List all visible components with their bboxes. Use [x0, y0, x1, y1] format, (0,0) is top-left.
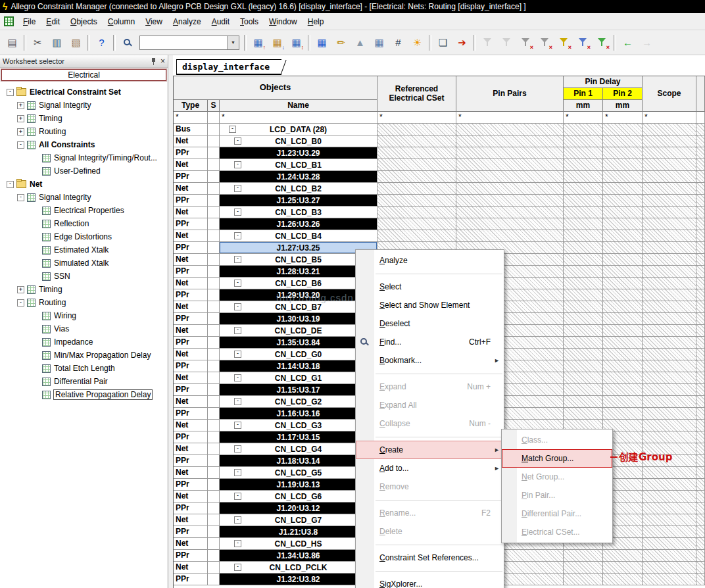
copy-button[interactable]: ▥	[47, 34, 66, 52]
row-type-cell[interactable]: PPr	[174, 147, 208, 159]
collapse-icon[interactable]: -	[234, 185, 241, 192]
row-type-cell[interactable]: PPr	[174, 526, 208, 538]
filter-cell[interactable]: *	[603, 112, 643, 124]
collapse-icon[interactable]: -	[234, 469, 241, 476]
row-type-cell[interactable]: PPr	[174, 502, 208, 514]
row-name-cell[interactable]: -CN_LCD_G6	[220, 491, 377, 502]
tree-item-routing[interactable]: -Routing	[0, 296, 167, 309]
row-type-cell[interactable]: Net	[174, 230, 208, 242]
column-header-s[interactable]: S	[208, 100, 220, 112]
filter-cell[interactable]: *	[377, 112, 456, 124]
menu-analyze[interactable]: Analyze	[168, 14, 207, 29]
row-type-cell[interactable]: Net	[174, 396, 208, 408]
row-type-cell[interactable]: PPr	[174, 313, 208, 325]
row-type-cell[interactable]: PPr	[174, 218, 208, 230]
column-header-pin2[interactable]: Pin 2	[603, 88, 643, 100]
close-icon[interactable]: ×	[160, 57, 165, 65]
grid-number-button[interactable]: #	[389, 34, 408, 52]
column-header-pin-pairs[interactable]: Pin Pairs	[456, 76, 564, 112]
menu-item-constraint-set-references[interactable]: Constraint Set References...	[356, 549, 504, 567]
tree-item-net[interactable]: -Net	[0, 178, 167, 191]
row-type-cell[interactable]: PPr	[174, 171, 208, 183]
goto-worksheet-button[interactable]: ▦↑	[249, 34, 268, 52]
cut-button[interactable]: ✂	[28, 34, 47, 52]
row-name-cell[interactable]: J1.34:U3.86	[220, 550, 377, 562]
menu-item-deselect[interactable]: Deselect	[356, 314, 504, 333]
tree-item-differential-pair[interactable]: Differential Pair	[0, 375, 167, 388]
column-header-pin-delay[interactable]: Pin Delay	[564, 76, 643, 88]
row-type-cell[interactable]: Net	[174, 325, 208, 337]
collapse-icon[interactable]: -	[17, 194, 24, 201]
column-header-scope[interactable]: Scope	[643, 76, 696, 112]
menu-item-analyze[interactable]: Analyze	[356, 251, 504, 270]
find-combo[interactable]: ▼	[139, 36, 239, 50]
collapse-icon[interactable]: -	[234, 303, 241, 310]
filter-cell[interactable]	[696, 112, 705, 124]
collapse-icon[interactable]: -	[17, 299, 24, 306]
back-button[interactable]: ←	[618, 34, 637, 52]
row-type-cell[interactable]: Net	[174, 443, 208, 455]
row-name-cell[interactable]: J1.15:U3.17	[220, 384, 377, 396]
tree-item-electrical-properties[interactable]: Electrical Properties	[0, 204, 167, 217]
filter-button-4[interactable]: ×	[535, 34, 554, 52]
filter-button-3[interactable]: ×	[516, 34, 535, 52]
row-type-cell[interactable]: Net	[174, 183, 208, 195]
tree-item-min-max-propagation-delay[interactable]: Min/Max Propagation Delay	[0, 349, 167, 362]
tree-item-impedance[interactable]: Impedance	[0, 335, 167, 349]
collapse-icon[interactable]: -	[234, 540, 241, 547]
row-name-cell[interactable]: -LCD_DATA (28)	[220, 124, 377, 135]
row-name-cell[interactable]: J1.30:U3.19	[220, 313, 377, 325]
color-tool-button[interactable]: ✏	[331, 34, 351, 52]
tree-item-wiring[interactable]: Wiring	[0, 309, 167, 322]
tree-item-reflection[interactable]: Reflection	[0, 217, 167, 230]
row-name-cell[interactable]: J1.28:U3.21	[220, 266, 377, 278]
row-name-cell[interactable]: J1.26:U3.26	[220, 218, 377, 230]
tree-item-signal-integrity[interactable]: -Signal Integrity	[0, 191, 167, 204]
expand-icon[interactable]: +	[17, 102, 24, 109]
expand-icon[interactable]: +	[17, 115, 24, 122]
row-name-cell[interactable]: J1.24:U3.28	[220, 171, 377, 183]
row-type-cell[interactable]: Bus	[174, 124, 208, 135]
filter-button-6[interactable]: ×	[573, 34, 593, 52]
collapse-icon[interactable]: -	[234, 516, 241, 524]
next-worksheet-button[interactable]: ▦↕	[287, 34, 306, 52]
collapse-icon[interactable]: -	[229, 126, 236, 133]
tree-item-ssn[interactable]: SSN	[0, 270, 167, 283]
row-name-cell[interactable]: -CN_LCD_G0	[220, 349, 377, 360]
row-name-cell[interactable]: -CN_LCD_B5	[220, 254, 377, 266]
row-name-cell[interactable]: -CN_LCD_G2	[220, 396, 377, 408]
tree-item-signal-integrity[interactable]: +Signal Integrity	[0, 99, 167, 112]
menu-item-bookmark[interactable]: Bookmark...►	[356, 351, 504, 370]
row-name-cell[interactable]: J1.20:U3.12	[220, 502, 377, 514]
row-name-cell[interactable]: -CN_LCD_B1	[220, 159, 377, 171]
column-header-pin1-units[interactable]: mm	[564, 100, 603, 112]
row-type-cell[interactable]: PPr	[174, 337, 208, 349]
tree-item-simulated-xtalk[interactable]: Simulated Xtalk	[0, 257, 167, 270]
row-name-cell[interactable]: J1.17:U3.15	[220, 431, 377, 443]
filter-button-7[interactable]: ×	[593, 34, 612, 52]
row-name-cell[interactable]: -CN_LCD_B3	[220, 207, 377, 218]
filter-cell[interactable]: *	[174, 112, 208, 124]
collapse-icon[interactable]: -	[234, 327, 241, 334]
row-type-cell[interactable]: PPr	[174, 242, 208, 254]
row-type-cell[interactable]: Net	[174, 254, 208, 266]
tree-item-timing[interactable]: +Timing	[0, 112, 167, 125]
select-worksheet-button[interactable]: ▦	[312, 34, 331, 52]
filter-cell[interactable]: *	[643, 112, 696, 124]
row-type-cell[interactable]: PPr	[174, 289, 208, 301]
collapse-icon[interactable]: -	[17, 141, 24, 149]
row-name-cell[interactable]: J1.27:U3.25	[220, 242, 377, 254]
row-type-cell[interactable]: PPr	[174, 479, 208, 491]
menu-item-select[interactable]: Select	[356, 278, 504, 296]
collapse-icon[interactable]: -	[234, 137, 241, 145]
row-name-cell[interactable]: -CN_LCD_G1	[220, 372, 377, 384]
tree-item-vias[interactable]: Vias	[0, 322, 167, 335]
filter-cell[interactable]: *	[220, 112, 377, 124]
collapse-icon[interactable]: -	[234, 208, 241, 216]
collapse-icon[interactable]: -	[7, 181, 14, 188]
tree-item-relative-propagation-delay[interactable]: Relative Propagation Delay	[0, 388, 167, 401]
new-window-button[interactable]: ❏	[433, 34, 452, 52]
menu-item-select-and-show-element[interactable]: Select and Show Element	[356, 296, 504, 314]
row-type-cell[interactable]: Net	[174, 159, 208, 171]
row-name-cell[interactable]: J1.23:U3.29	[220, 147, 377, 159]
